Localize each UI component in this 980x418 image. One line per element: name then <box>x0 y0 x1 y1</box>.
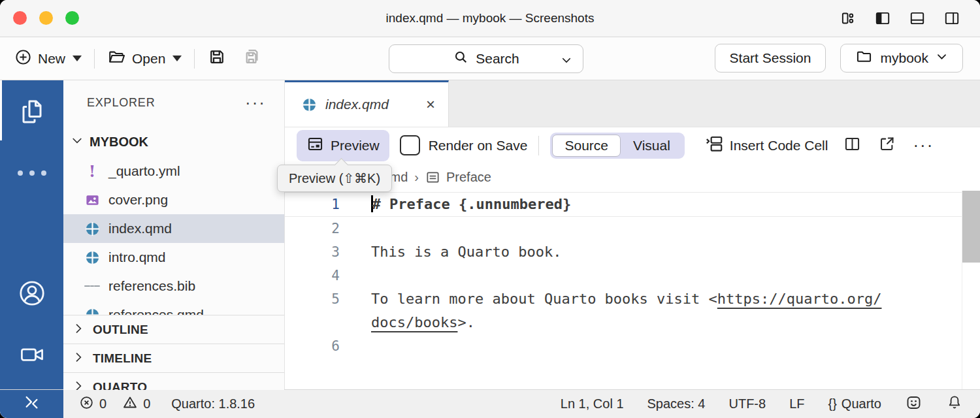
code-line-3[interactable]: 3 This is a Quarto book. <box>285 240 980 264</box>
editor-area: index.qmd × Preview Render on Save Sourc… <box>285 80 980 390</box>
chevron-right-icon <box>72 322 85 338</box>
close-tab-icon[interactable]: × <box>426 97 435 112</box>
ellipsis-icon <box>18 170 46 176</box>
error-icon <box>79 395 94 413</box>
insert-code-cell-button[interactable]: Insert Code Cell <box>704 134 828 157</box>
render-on-save-control[interactable]: Render on Save <box>400 135 528 155</box>
open-in-new-window-icon[interactable] <box>878 135 896 155</box>
braces-icon: {} <box>828 396 836 411</box>
split-editor-icon[interactable] <box>843 135 861 155</box>
open-folder-icon <box>107 48 126 70</box>
explorer-view-button[interactable] <box>0 96 63 130</box>
dropdown-caret-icon <box>172 56 182 61</box>
save-button[interactable] <box>207 47 227 70</box>
open-button[interactable]: Open <box>107 48 182 70</box>
toggle-primary-sidebar-icon[interactable] <box>874 10 891 27</box>
toolbar-divider <box>94 49 95 69</box>
code-line-5-wrap[interactable]: docs/books>. <box>285 311 980 334</box>
save-icon <box>207 47 227 70</box>
session-controls: Start Session mybook <box>715 44 963 72</box>
breadcrumb-heading[interactable]: Preface <box>446 170 491 185</box>
url-link[interactable]: docs/books <box>371 314 457 330</box>
file-row-references-bib[interactable]: references.bib <box>63 272 284 300</box>
save-all-icon <box>241 47 261 70</box>
file-row-cover-png[interactable]: cover.png <box>63 185 284 214</box>
problems-indicator[interactable]: 0 0 <box>79 394 150 413</box>
title-bar: index.qmd — mybook — Screenshots <box>0 0 980 37</box>
video-camera-icon <box>18 340 46 372</box>
toggle-secondary-sidebar-icon[interactable] <box>943 10 960 27</box>
workspace-switcher-button[interactable]: mybook <box>840 44 963 72</box>
code-line-1[interactable]: 1 # Preface {.unnumbered} <box>285 192 962 217</box>
workspace-root-row[interactable]: MYBOOK <box>63 127 284 156</box>
bibliography-icon <box>84 283 100 289</box>
warning-icon <box>122 394 138 413</box>
url-link[interactable]: https://quarto.org/ <box>717 291 882 307</box>
more-actions-icon[interactable]: ··· <box>913 141 934 150</box>
source-mode-button[interactable]: Source <box>552 135 621 157</box>
quarto-version[interactable]: Quarto: 1.8.16 <box>171 396 255 411</box>
workspace-root-label: MYBOOK <box>90 135 148 150</box>
yaml-icon: ! <box>84 162 100 181</box>
layout-controls <box>840 10 960 27</box>
workbench: EXPLORER ··· MYBOOK ! _quarto.yml cover.… <box>0 80 980 390</box>
status-right: Ln 1, Col 1 Spaces: 4 UTF-8 LF {} Quarto <box>561 394 963 415</box>
encoding[interactable]: UTF-8 <box>728 396 766 411</box>
code-line-2[interactable]: 2 <box>285 217 980 240</box>
editor-scrollbar[interactable] <box>962 191 980 390</box>
search-icon <box>453 49 469 69</box>
warning-count: 0 <box>143 396 150 411</box>
new-button[interactable]: New <box>14 48 82 69</box>
chevron-down-icon <box>71 134 84 150</box>
search-placeholder: Search <box>476 51 519 67</box>
language-mode[interactable]: {} Quarto <box>828 396 881 411</box>
tab-strip: index.qmd × <box>285 80 980 127</box>
sidebar-section-outline[interactable]: OUTLINE <box>63 315 284 344</box>
cursor-position[interactable]: Ln 1, Col 1 <box>561 396 624 411</box>
app-window: index.qmd — mybook — Screenshots New <box>0 0 980 418</box>
indentation[interactable]: Spaces: 4 <box>647 396 706 411</box>
code-line-6[interactable]: 6 <box>285 334 980 358</box>
chevron-right-icon: › <box>414 170 419 185</box>
code-editor[interactable]: 1 # Preface {.unnumbered} 2 3 This is a … <box>285 191 980 390</box>
eol-sequence[interactable]: LF <box>789 396 804 411</box>
start-session-button[interactable]: Start Session <box>715 44 826 72</box>
scrollbar-thumb[interactable] <box>962 191 980 263</box>
feedback-smiley-icon[interactable] <box>905 394 923 415</box>
render-on-save-checkbox[interactable] <box>400 135 420 155</box>
explorer-more-actions-button[interactable]: ··· <box>245 88 266 117</box>
new-label: New <box>38 51 65 67</box>
preview-label: Preview <box>331 138 380 153</box>
insert-code-cell-label: Insert Code Cell <box>730 138 828 153</box>
preview-tooltip: Preview (⇧⌘K) <box>277 165 392 192</box>
toolbar-divider <box>194 49 195 69</box>
tab-label: index.qmd <box>325 97 426 112</box>
account-button[interactable] <box>0 278 63 312</box>
sidebar-section-timeline[interactable]: TIMELINE <box>63 344 284 373</box>
customize-layout-icon[interactable] <box>840 10 857 27</box>
code-line-4[interactable]: 4 <box>285 264 980 287</box>
tab-index-qmd[interactable]: index.qmd × <box>285 80 449 127</box>
heading-symbol-icon <box>425 170 440 185</box>
sidebar-section-quarto[interactable]: QUARTO <box>63 372 284 390</box>
error-count: 0 <box>99 396 106 411</box>
screencast-button[interactable] <box>0 340 63 372</box>
explorer-title: EXPLORER <box>87 96 155 110</box>
file-row-quarto-yml[interactable]: ! _quarto.yml <box>63 157 284 185</box>
chevron-right-icon <box>72 379 85 390</box>
preview-button[interactable]: Preview <box>297 130 389 161</box>
code-line-5[interactable]: 5 To learn more about Quarto books visit… <box>285 287 980 311</box>
chevron-down-icon <box>936 50 948 66</box>
toggle-panel-icon[interactable] <box>909 10 926 27</box>
more-views-button[interactable] <box>0 170 63 176</box>
activity-bar <box>0 80 63 390</box>
circle-plus-icon <box>14 48 32 69</box>
notifications-bell-icon[interactable] <box>946 394 963 414</box>
file-row-intro-qmd[interactable]: intro.qmd <box>63 243 284 272</box>
visual-mode-button[interactable]: Visual <box>621 135 683 157</box>
file-row-index-qmd[interactable]: index.qmd <box>63 214 284 243</box>
remote-indicator[interactable] <box>0 390 63 418</box>
save-all-button[interactable] <box>241 47 261 70</box>
explorer-header: EXPLORER ··· <box>63 88 284 117</box>
search-input[interactable]: Search <box>389 44 583 73</box>
